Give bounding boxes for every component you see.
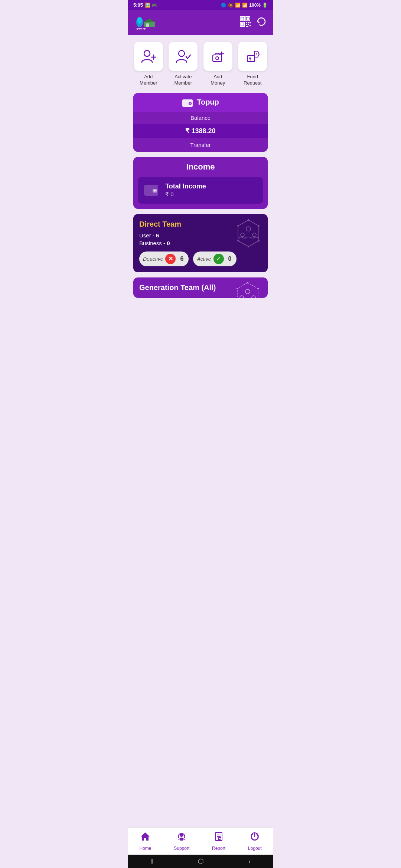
direct-team-card: Direct Team User - 6 Business - 0	[133, 214, 268, 272]
add-member-icon	[140, 48, 157, 65]
svg-point-39	[241, 233, 244, 237]
svg-rect-7	[241, 17, 244, 20]
income-wallet-icon	[144, 182, 160, 198]
topup-card: Topup Balance ₹ 1388.20 Transfer	[133, 93, 268, 152]
quick-actions-row: AddMember ActivateMember	[128, 35, 273, 93]
svg-point-41	[248, 219, 249, 221]
status-bar: 5:05 🖼️ 🎮 🔵 🔕 📶 📶 100% 🔋	[128, 0, 273, 10]
svg-point-48	[245, 289, 250, 294]
svg-rect-4	[146, 23, 149, 27]
svg-point-40	[252, 233, 256, 237]
fund-request-label: FundRequest	[244, 74, 261, 86]
svg-point-49	[240, 296, 244, 298]
app-header: oZZY PE	[128, 10, 273, 35]
svg-rect-16	[250, 22, 251, 23]
add-money-icon-box[interactable]	[203, 42, 232, 71]
svg-point-38	[246, 227, 251, 231]
activate-member-label: ActivateMember	[174, 74, 192, 86]
generation-team-icon	[233, 281, 263, 298]
svg-point-36	[154, 190, 156, 191]
add-money-action[interactable]: AddMoney	[203, 42, 232, 86]
active-check-icon: ✓	[213, 254, 224, 264]
mute-icon: 🔕	[228, 3, 234, 8]
svg-point-23	[179, 50, 185, 56]
svg-point-1	[137, 17, 142, 24]
svg-point-51	[247, 282, 248, 283]
active-button[interactable]: Active ✓ 0	[193, 251, 237, 266]
svg-point-20	[144, 50, 150, 56]
signal-icon: 📶	[242, 3, 248, 8]
main-content: AddMember ActivateMember	[128, 35, 273, 336]
add-member-label: AddMember	[140, 74, 157, 86]
deactive-label: Deactive	[143, 256, 163, 262]
fund-request-icon-box[interactable]: ₹ ₹	[238, 42, 267, 71]
svg-rect-12	[246, 22, 247, 23]
svg-marker-3	[144, 19, 155, 22]
fund-request-action[interactable]: ₹ ₹ FundRequest	[238, 42, 267, 86]
activate-member-icon-box[interactable]	[169, 42, 198, 71]
svg-marker-47	[237, 283, 258, 298]
income-card: Income Total Income ₹ 0	[133, 157, 268, 209]
svg-point-42	[258, 225, 260, 227]
svg-rect-14	[246, 24, 247, 25]
svg-point-46	[237, 225, 239, 227]
wifi-icon: 📶	[235, 3, 241, 8]
team-status-buttons: Deactive ✕ 6 Active ✓ 0	[139, 251, 262, 266]
income-info: Total Income ₹ 0	[165, 183, 206, 198]
activate-member-action[interactable]: ActivateMember	[169, 42, 198, 86]
deactive-button[interactable]: Deactive ✕ 6	[139, 251, 189, 266]
svg-point-56	[237, 288, 238, 289]
bluetooth-icon: 🔵	[221, 3, 226, 8]
add-member-icon-box[interactable]	[134, 42, 163, 71]
activate-member-icon	[175, 48, 191, 65]
svg-rect-11	[241, 23, 244, 26]
generation-team-card[interactable]: Generation Team (All)	[133, 277, 268, 298]
topup-wallet-icon	[182, 98, 193, 107]
svg-text:₹: ₹	[249, 57, 251, 61]
svg-rect-24	[213, 55, 222, 62]
svg-point-25	[216, 57, 219, 60]
income-title: Income	[133, 157, 268, 177]
svg-point-45	[237, 240, 239, 241]
svg-rect-13	[248, 22, 249, 23]
active-count: 0	[228, 256, 232, 262]
svg-text:oZZY PE: oZZY PE	[136, 28, 146, 30]
add-money-icon	[210, 48, 226, 65]
fund-request-icon: ₹ ₹	[244, 48, 261, 65]
topup-title: Topup	[197, 98, 219, 106]
direct-team-icon	[234, 218, 263, 249]
topup-amount: ₹ 1388.20	[133, 124, 268, 138]
status-left: 5:05 🖼️ 🎮	[133, 2, 157, 8]
battery-icon: 🔋	[262, 3, 268, 8]
qr-scan-button[interactable]	[239, 16, 251, 29]
notification-icons: 🖼️ 🎮	[145, 3, 157, 8]
svg-point-50	[252, 296, 255, 298]
time-display: 5:05	[133, 2, 143, 8]
svg-point-33	[190, 103, 191, 104]
svg-point-44	[248, 246, 249, 247]
topup-transfer-button[interactable]: Transfer	[133, 138, 268, 152]
svg-marker-19	[258, 21, 260, 23]
svg-point-43	[258, 240, 260, 241]
add-money-label: AddMoney	[211, 74, 225, 86]
svg-rect-17	[250, 25, 251, 26]
deactive-x-icon: ✕	[165, 254, 176, 264]
logo-svg: oZZY PE	[134, 14, 156, 32]
svg-point-52	[257, 288, 259, 289]
total-income-label: Total Income	[165, 183, 206, 190]
svg-text:₹: ₹	[255, 52, 258, 56]
total-income-amount: ₹ 0	[165, 191, 206, 198]
total-income-row: Total Income ₹ 0	[138, 177, 263, 204]
svg-rect-9	[247, 17, 249, 20]
topup-header: Topup	[133, 93, 268, 112]
svg-rect-28	[247, 56, 255, 62]
svg-rect-18	[246, 26, 248, 27]
active-label: Active	[197, 256, 211, 262]
status-right: 🔵 🔕 📶 📶 100% 🔋	[221, 3, 268, 8]
refresh-button[interactable]	[256, 16, 267, 29]
add-member-action[interactable]: AddMember	[134, 42, 163, 86]
deactive-count: 6	[180, 256, 183, 262]
header-actions[interactable]	[239, 16, 267, 29]
battery-display: 100%	[249, 3, 261, 8]
topup-balance-label: Balance	[133, 112, 268, 124]
